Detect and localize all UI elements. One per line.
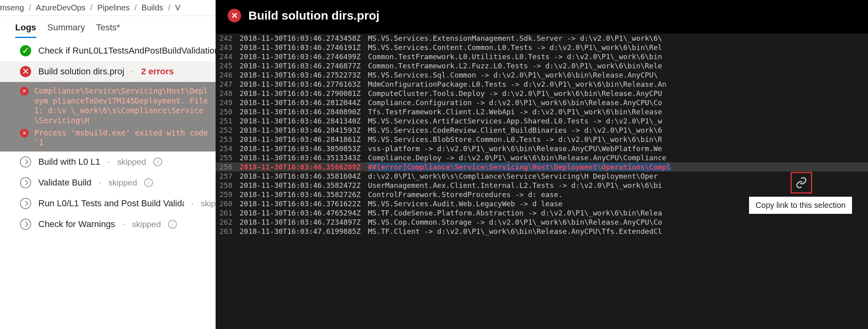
status-skipped: skipped <box>108 178 137 187</box>
log-message: MS.VS.Services.ExtensionManagement.Sdk.S… <box>368 34 662 43</box>
log-message: ##[error]Compliance\Service\Servicing\Ho… <box>368 162 671 171</box>
status-skipped: skip <box>201 199 216 208</box>
log-line[interactable]: 2512018-11-30T16:03:46.2841340ZMS.VS.Ser… <box>216 116 868 126</box>
timestamp: 2018-11-30T16:03:46.7234897Z <box>240 217 368 227</box>
line-number: 250 <box>216 107 240 116</box>
line-number: 261 <box>216 208 240 217</box>
tab-logs[interactable]: Logs <box>15 22 36 38</box>
log-message: MS.VS.Services.ArtifactServices.App.Shar… <box>368 116 662 126</box>
log-message: Tfs.TestFramework.Client.L2.WebApi -> d:… <box>368 107 662 116</box>
timestamp: 2018-11-30T16:03:46.3582472Z <box>240 181 368 190</box>
step-validate[interactable]: Validate Build · skipped i <box>0 172 216 193</box>
log-message: Compliance.Configuration -> d:\v2.0\P1\_… <box>368 98 662 107</box>
timestamp: 2018-11-30T16:03:46.3582726Z <box>240 190 368 199</box>
log-message: MS.VS.Services.Content.Common.L0.Tests -… <box>368 43 662 52</box>
line-number: 253 <box>216 135 240 144</box>
line-number: 254 <box>216 144 240 153</box>
log-line[interactable]: 2562018-11-30T16:03:46.3566209Z##[error]… <box>216 162 868 171</box>
log-line[interactable]: 2442018-11-30T16:03:46.2746499ZCommon.Te… <box>216 52 868 61</box>
error-row[interactable]: ✕ Compliance\Service\Servicing\Host\Depl… <box>20 86 212 126</box>
log-message: MS.TF.Client -> d:\v2.0\P1\_work\6\bin\R… <box>368 227 662 236</box>
timestamp: 2018-11-30T16:03:46.2752273Z <box>240 70 368 80</box>
step-label: Build solution dirs.proj <box>38 66 124 77</box>
log-panel-header: ✕ Build solution dirs.proj <box>216 0 868 31</box>
line-number: 263 <box>216 227 240 236</box>
timestamp: 2018-11-30T16:03:46.2840890Z <box>240 107 368 116</box>
log-line[interactable]: 2422018-11-30T16:03:46.2743458ZMS.VS.Ser… <box>216 34 868 43</box>
step-label: Validate Build <box>38 177 91 188</box>
chevron-right-icon <box>20 198 31 209</box>
log-line[interactable]: 2462018-11-30T16:03:46.2752273ZMS.VS.Ser… <box>216 70 868 80</box>
copy-link-button[interactable] <box>791 172 812 193</box>
log-line[interactable]: 2522018-11-30T16:03:46.2841593ZMS.VS.Ser… <box>216 126 868 135</box>
log-message: ControlFramework.StoredProcedures -> d: … <box>368 190 563 199</box>
log-message: d:\v2.0\P1\_work\6\s\Compliance\Service\… <box>368 171 658 181</box>
tab-bar: Logs Summary Tests* <box>0 16 216 38</box>
log-line[interactable]: 2532018-11-30T16:03:46.2841861ZMS.VS.Ser… <box>216 135 868 144</box>
line-number: 257 <box>216 171 240 181</box>
log-message: MS.VS.Services.BlobStore.Common.L0.Tests… <box>368 135 662 144</box>
crumb[interactable]: mseng <box>0 3 24 12</box>
log-line[interactable]: 2432018-11-30T16:03:46.2746191ZMS.VS.Ser… <box>216 43 868 52</box>
log-message: MS.VS.Services.CodeReview.Client_BuildBi… <box>368 126 662 135</box>
timestamp: 2018-11-30T16:03:46.3761622Z <box>240 199 368 208</box>
log-line[interactable]: 2582018-11-30T16:03:46.3582472ZUserManag… <box>216 181 868 190</box>
log-line[interactable]: 2472018-11-30T16:03:46.2776163ZMdmConfig… <box>216 80 868 89</box>
timestamp: 2018-11-30T16:03:47.6199885Z <box>240 227 368 236</box>
log-line[interactable]: 2572018-11-30T16:03:46.3581604Zd:\v2.0\P… <box>216 171 868 181</box>
step-label: Check for Warnings <box>38 219 115 229</box>
timestamp: 2018-11-30T16:03:46.3566209Z <box>240 162 368 171</box>
timestamp: 2018-11-30T16:03:46.3513343Z <box>240 153 368 162</box>
step-label: Run L0/L1 Tests and Post Build Validatio… <box>38 198 184 209</box>
timestamp: 2018-11-30T16:03:46.2746191Z <box>240 43 368 52</box>
timestamp: 2018-11-30T16:03:46.2841861Z <box>240 135 368 144</box>
chevron-right-icon <box>20 156 31 167</box>
log-line[interactable]: 2502018-11-30T16:03:46.2840890ZTfs.TestF… <box>216 107 868 116</box>
step-label: Build with L0 L1 <box>38 157 100 167</box>
log-panel: ✕ Build solution dirs.proj 2422018-11-30… <box>216 0 868 329</box>
error-row[interactable]: ✕ Process 'msbuild.exe' exited with code… <box>20 128 212 148</box>
line-number: 245 <box>216 61 240 70</box>
line-number: 244 <box>216 52 240 61</box>
log-message: Common.TestFramework.L2.Fuzz.L0.Tests ->… <box>368 61 662 70</box>
step-build-l0l1[interactable]: Build with L0 L1 · skipped i <box>0 152 216 172</box>
error-icon: ✕ <box>20 87 29 96</box>
step-check[interactable]: ✓ Check if RunL0L1TestsAndPostBuildValid… <box>0 40 216 61</box>
tab-summary[interactable]: Summary <box>48 22 85 38</box>
timestamp: 2018-11-30T16:03:46.2743458Z <box>240 34 368 43</box>
log-line[interactable]: 2552018-11-30T16:03:46.3513343ZComplianc… <box>216 153 868 162</box>
log-line[interactable]: 2632018-11-30T16:03:47.6199885ZMS.TF.Cli… <box>216 227 868 236</box>
panel-title: Build solution dirs.proj <box>248 9 379 22</box>
log-line[interactable]: 2452018-11-30T16:03:46.2746877ZCommon.Te… <box>216 61 868 70</box>
step-build-solution[interactable]: ✕ Build solution dirs.proj · 2 errors <box>0 61 216 82</box>
log-message: Common.TestFramework.L0.Utilities.L0.Tes… <box>368 52 662 61</box>
tab-tests[interactable]: Tests* <box>96 22 120 38</box>
log-line[interactable]: 2542018-11-30T16:03:46.3050853Zvss-platf… <box>216 144 868 153</box>
timestamp: 2018-11-30T16:03:46.3050853Z <box>240 144 368 153</box>
step-run-tests[interactable]: Run L0/L1 Tests and Post Build Validatio… <box>0 193 216 214</box>
log-line[interactable]: 2622018-11-30T16:03:46.7234897ZMS.VS.Cop… <box>216 217 868 227</box>
timestamp: 2018-11-30T16:03:46.3581604Z <box>240 171 368 181</box>
link-icon <box>795 177 807 189</box>
step-check-warnings[interactable]: Check for Warnings · skipped i <box>0 214 216 235</box>
info-icon[interactable]: i <box>168 220 177 229</box>
error-count: 2 errors <box>141 66 174 77</box>
crumb[interactable]: Builds <box>141 3 163 12</box>
line-number: 256 <box>216 162 240 171</box>
step-label: Check if RunL0L1TestsAndPostBuildValidat… <box>38 46 216 56</box>
log-message: MS.VS.Services.Sql.Common -> d:\v2.0\P1\… <box>368 70 658 80</box>
crumb[interactable]: AzureDevOps <box>36 3 86 12</box>
crumb[interactable]: V <box>175 3 180 12</box>
close-icon[interactable]: ✕ <box>228 9 241 22</box>
timestamp: 2018-11-30T16:03:46.2746877Z <box>240 61 368 70</box>
log-area[interactable]: 2422018-11-30T16:03:46.2743458ZMS.VS.Ser… <box>216 34 868 329</box>
crumb[interactable]: Pipelines <box>97 3 130 12</box>
line-number: 248 <box>216 89 240 98</box>
info-icon[interactable]: i <box>144 178 153 187</box>
info-icon[interactable]: i <box>153 158 162 166</box>
log-line[interactable]: 2482018-11-30T16:03:46.2790081ZComputeCl… <box>216 89 868 98</box>
timestamp: 2018-11-30T16:03:46.2841593Z <box>240 126 368 135</box>
log-message: ComputeCluster.Tools.Deploy -> d:\v2.0\P… <box>368 89 662 98</box>
line-number: 252 <box>216 126 240 135</box>
log-line[interactable]: 2492018-11-30T16:03:46.2812044ZComplianc… <box>216 98 868 107</box>
